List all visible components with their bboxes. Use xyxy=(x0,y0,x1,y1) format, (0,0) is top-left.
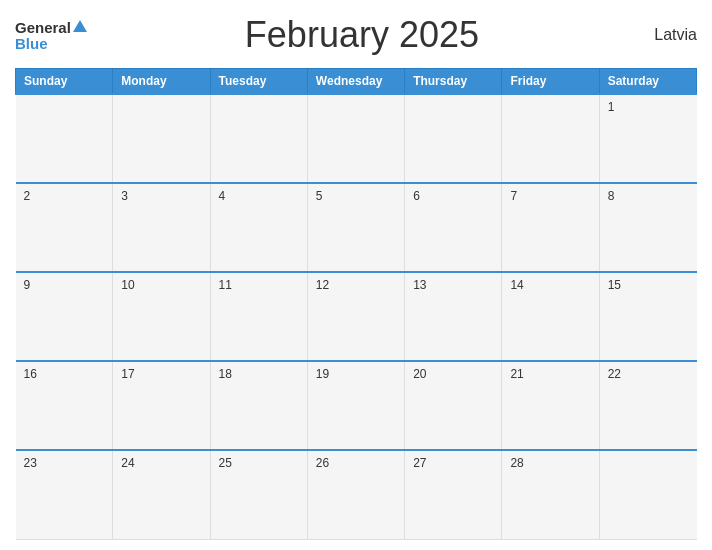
calendar-header: General Blue February 2025 Latvia xyxy=(15,10,697,60)
day-number-24: 24 xyxy=(121,456,134,470)
day-cell-0-0 xyxy=(16,94,113,183)
day-number-15: 15 xyxy=(608,278,621,292)
country-label: Latvia xyxy=(637,26,697,44)
day-cell-2-1: 10 xyxy=(113,272,210,361)
day-cell-3-2: 18 xyxy=(210,361,307,450)
day-number-2: 2 xyxy=(24,189,31,203)
calendar-table: Sunday Monday Tuesday Wednesday Thursday… xyxy=(15,68,697,540)
day-number-28: 28 xyxy=(510,456,523,470)
col-wednesday: Wednesday xyxy=(307,69,404,95)
day-cell-3-0: 16 xyxy=(16,361,113,450)
day-number-3: 3 xyxy=(121,189,128,203)
day-cell-0-2 xyxy=(210,94,307,183)
day-cell-4-5: 28 xyxy=(502,450,599,539)
day-cell-1-5: 7 xyxy=(502,183,599,272)
logo-triangle-icon xyxy=(73,20,87,32)
day-cell-4-2: 25 xyxy=(210,450,307,539)
col-sunday: Sunday xyxy=(16,69,113,95)
col-monday: Monday xyxy=(113,69,210,95)
col-friday: Friday xyxy=(502,69,599,95)
day-cell-0-4 xyxy=(405,94,502,183)
day-cell-1-6: 8 xyxy=(599,183,696,272)
day-number-20: 20 xyxy=(413,367,426,381)
week-row-4: 232425262728 xyxy=(16,450,697,539)
day-number-5: 5 xyxy=(316,189,323,203)
day-cell-3-4: 20 xyxy=(405,361,502,450)
day-number-14: 14 xyxy=(510,278,523,292)
day-cell-2-0: 9 xyxy=(16,272,113,361)
day-number-6: 6 xyxy=(413,189,420,203)
day-number-4: 4 xyxy=(219,189,226,203)
day-cell-2-4: 13 xyxy=(405,272,502,361)
day-cell-0-3 xyxy=(307,94,404,183)
day-number-25: 25 xyxy=(219,456,232,470)
day-cell-0-6: 1 xyxy=(599,94,696,183)
day-number-27: 27 xyxy=(413,456,426,470)
day-cell-4-4: 27 xyxy=(405,450,502,539)
day-number-23: 23 xyxy=(24,456,37,470)
day-number-17: 17 xyxy=(121,367,134,381)
day-number-13: 13 xyxy=(413,278,426,292)
logo: General Blue xyxy=(15,20,87,51)
week-row-1: 2345678 xyxy=(16,183,697,272)
col-tuesday: Tuesday xyxy=(210,69,307,95)
logo-general-text: General xyxy=(15,20,87,36)
day-number-9: 9 xyxy=(24,278,31,292)
day-cell-0-5 xyxy=(502,94,599,183)
day-number-12: 12 xyxy=(316,278,329,292)
day-cell-1-4: 6 xyxy=(405,183,502,272)
day-cell-4-0: 23 xyxy=(16,450,113,539)
day-number-11: 11 xyxy=(219,278,232,292)
day-number-26: 26 xyxy=(316,456,329,470)
day-cell-4-3: 26 xyxy=(307,450,404,539)
day-cell-3-1: 17 xyxy=(113,361,210,450)
weekday-header-row: Sunday Monday Tuesday Wednesday Thursday… xyxy=(16,69,697,95)
day-cell-2-6: 15 xyxy=(599,272,696,361)
day-number-19: 19 xyxy=(316,367,329,381)
day-cell-2-3: 12 xyxy=(307,272,404,361)
day-number-16: 16 xyxy=(24,367,37,381)
day-number-21: 21 xyxy=(510,367,523,381)
day-cell-4-6 xyxy=(599,450,696,539)
day-cell-3-6: 22 xyxy=(599,361,696,450)
day-cell-0-1 xyxy=(113,94,210,183)
day-cell-3-3: 19 xyxy=(307,361,404,450)
day-cell-1-0: 2 xyxy=(16,183,113,272)
week-row-0: 1 xyxy=(16,94,697,183)
day-cell-2-2: 11 xyxy=(210,272,307,361)
day-cell-3-5: 21 xyxy=(502,361,599,450)
day-cell-1-2: 4 xyxy=(210,183,307,272)
col-thursday: Thursday xyxy=(405,69,502,95)
day-cell-1-3: 5 xyxy=(307,183,404,272)
day-number-1: 1 xyxy=(608,100,615,114)
calendar-title: February 2025 xyxy=(87,14,637,56)
day-cell-4-1: 24 xyxy=(113,450,210,539)
day-cell-1-1: 3 xyxy=(113,183,210,272)
day-cell-2-5: 14 xyxy=(502,272,599,361)
day-number-10: 10 xyxy=(121,278,134,292)
calendar-body: 1234567891011121314151617181920212223242… xyxy=(16,94,697,540)
col-saturday: Saturday xyxy=(599,69,696,95)
day-number-8: 8 xyxy=(608,189,615,203)
day-number-7: 7 xyxy=(510,189,517,203)
logo-blue-text: Blue xyxy=(15,36,48,51)
week-row-3: 16171819202122 xyxy=(16,361,697,450)
day-number-22: 22 xyxy=(608,367,621,381)
week-row-2: 9101112131415 xyxy=(16,272,697,361)
calendar-wrapper: General Blue February 2025 Latvia Sunday… xyxy=(0,0,712,550)
day-number-18: 18 xyxy=(219,367,232,381)
